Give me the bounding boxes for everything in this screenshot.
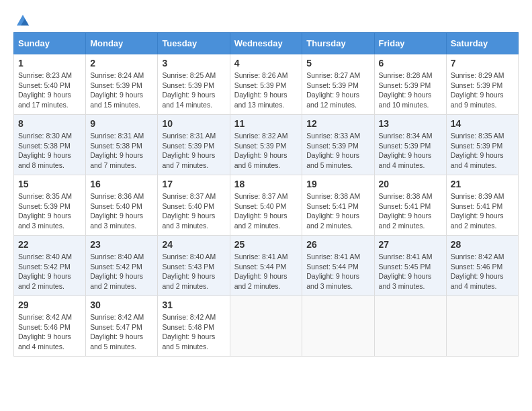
sunrise-label: Sunrise: 8:40 AM xyxy=(18,253,72,261)
day-info: Sunrise: 8:23 AM Sunset: 5:40 PM Dayligh… xyxy=(18,71,81,110)
sunrise-label: Sunrise: 8:38 AM xyxy=(306,192,360,200)
sunset-label: Sunset: 5:43 PM xyxy=(162,263,214,271)
day-info: Sunrise: 8:31 AM Sunset: 5:38 PM Dayligh… xyxy=(90,131,153,171)
calendar-cell: 5 Sunrise: 8:27 AM Sunset: 5:39 PM Dayli… xyxy=(302,54,374,115)
daylight-label: Daylight: 9 hours and 2 minutes. xyxy=(90,272,143,290)
day-info: Sunrise: 8:42 AM Sunset: 5:47 PM Dayligh… xyxy=(90,312,153,352)
day-number: 27 xyxy=(379,239,442,250)
sunrise-label: Sunrise: 8:42 AM xyxy=(451,253,504,261)
day-info: Sunrise: 8:25 AM Sunset: 5:39 PM Dayligh… xyxy=(162,71,225,110)
day-info: Sunrise: 8:38 AM Sunset: 5:41 PM Dayligh… xyxy=(379,191,442,231)
sunrise-label: Sunrise: 8:30 AM xyxy=(18,132,72,140)
day-number: 21 xyxy=(451,179,514,189)
sunset-label: Sunset: 5:44 PM xyxy=(306,263,359,271)
day-info: Sunrise: 8:42 AM Sunset: 5:46 PM Dayligh… xyxy=(451,252,514,291)
day-number: 15 xyxy=(18,179,81,189)
calendar-cell: 23 Sunrise: 8:40 AM Sunset: 5:42 PM Dayl… xyxy=(86,236,158,296)
sunset-label: Sunset: 5:42 PM xyxy=(90,263,142,271)
day-number: 25 xyxy=(234,239,298,250)
calendar-cell: 13 Sunrise: 8:34 AM Sunset: 5:39 PM Dayl… xyxy=(374,115,446,175)
day-number: 4 xyxy=(234,58,298,68)
day-info: Sunrise: 8:42 AM Sunset: 5:46 PM Dayligh… xyxy=(18,312,81,352)
day-info: Sunrise: 8:40 AM Sunset: 5:42 PM Dayligh… xyxy=(18,252,81,291)
day-number: 26 xyxy=(306,239,369,250)
calendar-cell: 20 Sunrise: 8:38 AM Sunset: 5:41 PM Dayl… xyxy=(374,175,446,236)
day-number: 14 xyxy=(451,118,514,129)
calendar-cell: 12 Sunrise: 8:33 AM Sunset: 5:39 PM Dayl… xyxy=(302,115,374,175)
day-number: 2 xyxy=(90,58,153,68)
day-info: Sunrise: 8:28 AM Sunset: 5:39 PM Dayligh… xyxy=(379,71,442,110)
day-info: Sunrise: 8:32 AM Sunset: 5:39 PM Dayligh… xyxy=(234,131,298,171)
day-info: Sunrise: 8:41 AM Sunset: 5:44 PM Dayligh… xyxy=(234,252,298,291)
daylight-label: Daylight: 9 hours and 4 minutes. xyxy=(451,151,504,169)
day-info: Sunrise: 8:29 AM Sunset: 5:39 PM Dayligh… xyxy=(451,71,514,110)
day-info: Sunrise: 8:27 AM Sunset: 5:39 PM Dayligh… xyxy=(306,71,369,110)
sunrise-label: Sunrise: 8:40 AM xyxy=(162,253,216,261)
sunset-label: Sunset: 5:40 PM xyxy=(18,81,71,89)
daylight-label: Daylight: 9 hours and 5 minutes. xyxy=(306,151,359,169)
calendar-table: SundayMondayTuesdayWednesdayThursdayFrid… xyxy=(13,32,519,357)
day-info: Sunrise: 8:41 AM Sunset: 5:44 PM Dayligh… xyxy=(306,252,369,291)
sunset-label: Sunset: 5:39 PM xyxy=(451,81,503,89)
calendar-cell: 16 Sunrise: 8:36 AM Sunset: 5:40 PM Dayl… xyxy=(86,175,158,236)
daylight-label: Daylight: 9 hours and 7 minutes. xyxy=(162,151,215,169)
daylight-label: Daylight: 9 hours and 13 minutes. xyxy=(234,91,287,109)
day-number: 13 xyxy=(379,118,442,129)
logo-icon xyxy=(15,13,30,28)
day-info: Sunrise: 8:24 AM Sunset: 5:39 PM Dayligh… xyxy=(90,71,153,110)
daylight-label: Daylight: 9 hours and 7 minutes. xyxy=(90,151,143,169)
daylight-label: Daylight: 9 hours and 2 minutes. xyxy=(18,272,71,290)
day-info: Sunrise: 8:37 AM Sunset: 5:40 PM Dayligh… xyxy=(234,191,298,231)
calendar-cell xyxy=(446,296,518,357)
sunrise-label: Sunrise: 8:35 AM xyxy=(18,192,72,200)
sunset-label: Sunset: 5:39 PM xyxy=(451,142,503,150)
sunrise-label: Sunrise: 8:25 AM xyxy=(162,71,216,79)
day-info: Sunrise: 8:35 AM Sunset: 5:39 PM Dayligh… xyxy=(451,131,514,171)
daylight-label: Daylight: 9 hours and 4 minutes. xyxy=(379,151,432,169)
daylight-label: Daylight: 9 hours and 5 minutes. xyxy=(162,332,215,351)
calendar-cell: 3 Sunrise: 8:25 AM Sunset: 5:39 PM Dayli… xyxy=(158,54,230,115)
day-info: Sunrise: 8:40 AM Sunset: 5:43 PM Dayligh… xyxy=(162,252,225,291)
calendar-cell: 21 Sunrise: 8:39 AM Sunset: 5:41 PM Dayl… xyxy=(446,175,518,236)
sunrise-label: Sunrise: 8:41 AM xyxy=(234,253,288,261)
calendar-cell: 1 Sunrise: 8:23 AM Sunset: 5:40 PM Dayli… xyxy=(14,54,86,115)
calendar-cell: 11 Sunrise: 8:32 AM Sunset: 5:39 PM Dayl… xyxy=(230,115,302,175)
sunset-label: Sunset: 5:39 PM xyxy=(234,81,287,89)
calendar-header-row: SundayMondayTuesdayWednesdayThursdayFrid… xyxy=(14,33,519,54)
sunset-label: Sunset: 5:39 PM xyxy=(379,81,431,89)
sunset-label: Sunset: 5:39 PM xyxy=(234,142,287,150)
day-info: Sunrise: 8:26 AM Sunset: 5:39 PM Dayligh… xyxy=(234,71,298,110)
day-number: 19 xyxy=(306,179,369,189)
day-number: 22 xyxy=(18,239,81,250)
daylight-label: Daylight: 9 hours and 9 minutes. xyxy=(451,91,504,109)
sunset-label: Sunset: 5:39 PM xyxy=(379,142,431,150)
daylight-label: Daylight: 9 hours and 5 minutes. xyxy=(90,332,143,351)
header-friday: Friday xyxy=(374,33,446,54)
sunrise-label: Sunrise: 8:35 AM xyxy=(451,132,504,140)
daylight-label: Daylight: 9 hours and 6 minutes. xyxy=(234,151,287,169)
sunrise-label: Sunrise: 8:41 AM xyxy=(306,253,360,261)
calendar-cell: 19 Sunrise: 8:38 AM Sunset: 5:41 PM Dayl… xyxy=(302,175,374,236)
day-info: Sunrise: 8:37 AM Sunset: 5:40 PM Dayligh… xyxy=(162,191,225,231)
day-number: 1 xyxy=(18,58,81,68)
logo xyxy=(13,13,31,26)
day-number: 7 xyxy=(451,58,514,68)
header-saturday: Saturday xyxy=(446,33,518,54)
day-number: 31 xyxy=(162,300,225,310)
daylight-label: Daylight: 9 hours and 2 minutes. xyxy=(306,212,359,230)
day-number: 6 xyxy=(379,58,442,68)
day-number: 29 xyxy=(18,300,81,310)
daylight-label: Daylight: 9 hours and 3 minutes. xyxy=(90,212,143,230)
sunrise-label: Sunrise: 8:42 AM xyxy=(18,313,72,321)
sunrise-label: Sunrise: 8:33 AM xyxy=(306,132,360,140)
sunset-label: Sunset: 5:39 PM xyxy=(162,81,214,89)
sunrise-label: Sunrise: 8:39 AM xyxy=(451,192,504,200)
sunrise-label: Sunrise: 8:24 AM xyxy=(90,71,144,79)
calendar-cell: 6 Sunrise: 8:28 AM Sunset: 5:39 PM Dayli… xyxy=(374,54,446,115)
sunset-label: Sunset: 5:38 PM xyxy=(18,142,71,150)
calendar-cell xyxy=(230,296,302,357)
daylight-label: Daylight: 9 hours and 4 minutes. xyxy=(451,272,504,290)
sunrise-label: Sunrise: 8:34 AM xyxy=(379,132,433,140)
sunset-label: Sunset: 5:39 PM xyxy=(18,202,71,210)
calendar-cell: 29 Sunrise: 8:42 AM Sunset: 5:46 PM Dayl… xyxy=(14,296,86,357)
